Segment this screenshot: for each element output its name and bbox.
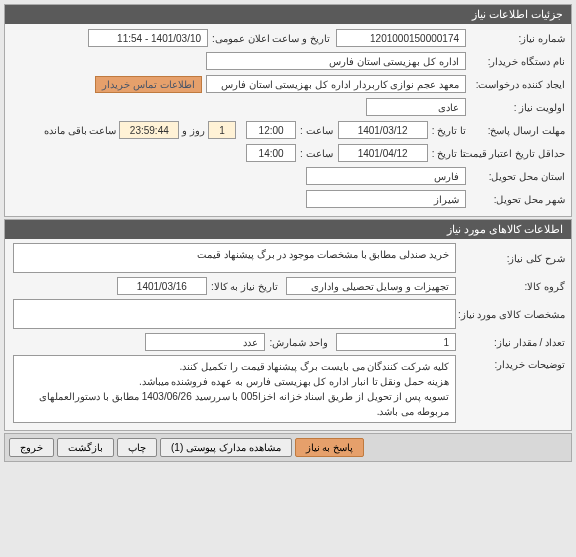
unit-label: واحد شمارش:: [269, 337, 328, 348]
province-label: استان محل تحویل:: [470, 171, 565, 182]
deadline-to-date-label: تا تاریخ :: [432, 125, 466, 136]
notes-value: کلیه شرکت کنندگان می بایست برگ پیشنهاد ق…: [13, 355, 456, 423]
validity-time-label: ساعت :: [300, 148, 333, 159]
footer-toolbar: پاسخ به نیاز مشاهده مدارک پیوستی (1) چاپ…: [4, 433, 572, 462]
notes-label: توضیحات خریدار:: [460, 355, 565, 370]
need-number-value: 1201000150000174: [336, 29, 466, 47]
exit-button[interactable]: خروج: [9, 438, 54, 457]
contact-buyer-button[interactable]: اطلاعات تماس خریدار: [95, 76, 202, 93]
group-label: گروه کالا:: [460, 281, 565, 292]
need-date-value: 1401/03/16: [117, 277, 207, 295]
validity-time-value: 14:00: [246, 144, 296, 162]
deadline-time-value: 12:00: [246, 121, 296, 139]
validity-date-value: 1401/04/12: [338, 144, 428, 162]
priority-value: عادی: [366, 98, 466, 116]
remain-days-label: روز و: [182, 125, 205, 136]
buyer-value: اداره کل بهزیستی استان فارس: [206, 52, 466, 70]
qty-value: 1: [336, 333, 456, 351]
remain-time-value: 23:59:44: [119, 121, 179, 139]
goods-info-panel: اطلاعات کالاهای مورد نیاز شرح کلی نیاز: …: [4, 219, 572, 431]
requester-value: معهد عجم نوازی کاربردار اداره کل بهزیستی…: [206, 75, 466, 93]
remain-days-value: 1: [208, 121, 236, 139]
need-details-panel: جزئیات اطلاعات نیاز شماره نیاز: 12010001…: [4, 4, 572, 217]
spec-label: مشخصات کالای مورد نیاز:: [460, 309, 565, 320]
print-button[interactable]: چاپ: [117, 438, 157, 457]
desc-value: خرید صندلی مطابق با مشخصات موجود در برگ …: [13, 243, 456, 273]
announce-label: تاریخ و ساعت اعلان عمومی:: [212, 33, 330, 44]
validity-label: حداقل تاریخ اعتبار قیمت:: [470, 148, 565, 159]
goods-info-header: اطلاعات کالاهای مورد نیاز: [5, 220, 571, 239]
deadline-date-value: 1401/03/12: [338, 121, 428, 139]
qty-label: تعداد / مقدار نیاز:: [460, 337, 565, 348]
desc-label: شرح کلی نیاز:: [460, 253, 565, 264]
announce-value: 1401/03/10 - 11:54: [88, 29, 208, 47]
need-date-label: تاریخ نیاز به کالا:: [211, 281, 278, 292]
buyer-label: نام دستگاه خریدار:: [470, 56, 565, 67]
attachments-button[interactable]: مشاهده مدارک پیوستی (1): [160, 438, 292, 457]
unit-value: عدد: [145, 333, 265, 351]
validity-to-date-label: تا تاریخ :: [432, 148, 466, 159]
respond-button[interactable]: پاسخ به نیاز: [295, 438, 365, 457]
remain-time-label: ساعت باقی مانده: [44, 125, 117, 136]
need-number-label: شماره نیاز:: [470, 33, 565, 44]
province-value: فارس: [306, 167, 466, 185]
deadline-time-label: ساعت :: [300, 125, 333, 136]
need-details-header: جزئیات اطلاعات نیاز: [5, 5, 571, 24]
spec-value: [13, 299, 456, 329]
goods-info-body: شرح کلی نیاز: خرید صندلی مطابق با مشخصات…: [5, 239, 571, 430]
city-label: شهر محل تحویل:: [470, 194, 565, 205]
back-button[interactable]: بازگشت: [57, 438, 114, 457]
deadline-send-label: مهلت ارسال پاسخ:: [470, 125, 565, 136]
group-value: تجهیزات و وسایل تحصیلی واداری: [286, 277, 456, 295]
city-value: شیراز: [306, 190, 466, 208]
priority-label: اولویت نیاز :: [470, 102, 565, 113]
need-details-body: شماره نیاز: 1201000150000174 تاریخ و ساع…: [5, 24, 571, 216]
requester-label: ایجاد کننده درخواست:: [470, 79, 565, 90]
